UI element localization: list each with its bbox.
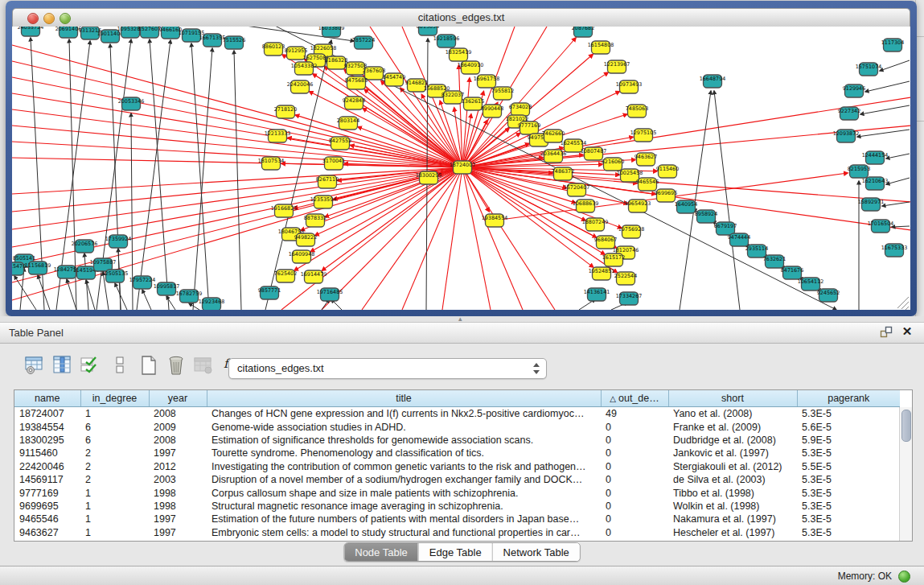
panel-toggle-icon[interactable] xyxy=(109,355,130,376)
table-cell[interactable]: 1 xyxy=(80,526,149,539)
table-cell[interactable]: 1997 xyxy=(149,526,207,539)
table-cell[interactable]: 6 xyxy=(80,434,149,447)
window-resize-grip-icon[interactable] xyxy=(897,297,909,308)
network-edge-black[interactable] xyxy=(166,296,175,310)
table-cell[interactable]: 2008 xyxy=(149,407,207,421)
table-cell[interactable]: Jankovic et al. (1997) xyxy=(668,447,797,459)
column-header-title[interactable]: title xyxy=(207,390,601,407)
table-cell[interactable]: 2 xyxy=(80,460,149,473)
table-cell[interactable]: 18724007 xyxy=(14,407,80,421)
table-cell[interactable]: 2012 xyxy=(149,460,207,473)
memory-status-indicator[interactable] xyxy=(898,571,910,583)
table-cell[interactable]: 5.3E-5 xyxy=(797,513,900,525)
network-window-titlebar[interactable]: citations_edges.txt xyxy=(12,8,910,28)
table-row[interactable]: 1938455462009Genome-wide association stu… xyxy=(14,420,900,433)
float-panel-icon[interactable] xyxy=(879,325,893,340)
table-cell[interactable]: 5.3E-5 xyxy=(797,500,900,513)
window-resize-grip-icon[interactable] xyxy=(906,307,909,310)
network-edge-black[interactable] xyxy=(865,81,910,92)
table-cell[interactable]: Genome-wide association studies in ADHD. xyxy=(207,420,601,433)
network-edge-black[interactable] xyxy=(142,290,151,310)
network-edge-red[interactable] xyxy=(462,167,523,310)
table-row[interactable]: 946554611997Estimation of the future num… xyxy=(14,513,900,525)
tab-node-table[interactable]: Node Table xyxy=(344,543,418,561)
table-cell[interactable]: 0 xyxy=(601,460,668,473)
network-edge-red[interactable] xyxy=(12,167,462,300)
table-cell[interactable]: Stergiakouli et al. (2012) xyxy=(668,460,797,473)
network-edge-black[interactable] xyxy=(882,202,910,206)
network-edge-black[interactable] xyxy=(67,279,76,310)
table-cell[interactable]: 0 xyxy=(601,500,668,513)
table-cell[interactable]: 5.3E-5 xyxy=(797,486,900,499)
table-row[interactable]: 969969511998Structural magnetic resonanc… xyxy=(14,500,900,513)
network-edge-black[interactable] xyxy=(886,154,910,159)
import-table-icon[interactable] xyxy=(193,355,214,376)
table-cell[interactable]: 49 xyxy=(601,407,668,421)
table-cell[interactable]: 1997 xyxy=(149,513,207,525)
table-cell[interactable]: 0 xyxy=(601,434,668,447)
table-cell[interactable]: Embryonic stem cells: a model to study s… xyxy=(207,526,601,539)
column-header-year[interactable]: year xyxy=(149,390,207,407)
table-cell[interactable]: 2 xyxy=(80,447,149,459)
table-cell[interactable]: 19384554 xyxy=(14,420,80,433)
tab-network-table[interactable]: Network Table xyxy=(492,543,580,561)
table-scrollbar-thumb[interactable] xyxy=(901,410,911,442)
table-selector-dropdown[interactable]: citations_edges.txt xyxy=(228,358,547,379)
table-cell[interactable]: Tibbo et al. (1998) xyxy=(668,486,797,499)
table-cell[interactable]: 2003 xyxy=(149,473,207,486)
table-cell[interactable]: 2 xyxy=(80,473,149,486)
network-edge-black[interactable] xyxy=(193,48,212,310)
row-selection-icon[interactable] xyxy=(79,355,100,376)
table-row[interactable]: 946362711997Embryonic stem cells: a mode… xyxy=(14,526,900,539)
table-cell[interactable]: Nakamura et al. (1997) xyxy=(668,513,797,525)
column-header-in_degree[interactable]: in_degree xyxy=(80,390,149,407)
table-cell[interactable]: 0 xyxy=(601,486,668,499)
table-cell[interactable]: Wolkin et al. (1998) xyxy=(668,500,797,513)
network-edge-red[interactable] xyxy=(12,45,462,167)
table-cell[interactable]: 9463627 xyxy=(14,526,80,539)
table-cell[interactable]: 18300295 xyxy=(14,434,80,447)
table-scrollbar[interactable] xyxy=(899,407,912,541)
table-cell[interactable]: 22420046 xyxy=(14,460,80,473)
column-header-out_de[interactable]: △out_de… xyxy=(601,390,668,407)
network-edge-black[interactable] xyxy=(84,253,88,310)
table-row[interactable]: 1456911722003Disruption of a novel membe… xyxy=(14,473,900,486)
show-columns-icon[interactable] xyxy=(51,355,72,376)
column-header-short[interactable]: short xyxy=(668,390,797,407)
table-cell[interactable]: 9115460 xyxy=(14,447,80,459)
table-cell[interactable]: 5.3E-5 xyxy=(797,407,900,421)
table-cell[interactable]: 5.3E-5 xyxy=(797,447,900,459)
table-cell[interactable]: 0 xyxy=(601,513,668,525)
table-row[interactable]: 1830029562008Estimation of significance … xyxy=(14,434,900,447)
table-cell[interactable]: Tourette syndrome. Phenomenology and cla… xyxy=(207,447,601,459)
table-cell[interactable]: 5.5E-5 xyxy=(797,460,900,473)
network-edge-black[interactable] xyxy=(886,178,910,184)
table-cell[interactable]: Estimation of the future numbers of pati… xyxy=(207,513,601,525)
table-cell[interactable]: Estimation of significance thresholds fo… xyxy=(207,434,601,447)
table-cell[interactable]: de Silva et al. (2003) xyxy=(668,473,797,486)
table-cell[interactable]: 9699695 xyxy=(14,500,80,513)
table-cell[interactable]: 5.9E-5 xyxy=(797,434,900,447)
table-cell[interactable]: Disruption of a novel member of a sodium… xyxy=(207,473,601,486)
table-cell[interactable]: Franke et al. (2009) xyxy=(668,420,797,433)
network-edge-red[interactable] xyxy=(402,167,462,310)
table-cell[interactable]: 5.3E-5 xyxy=(797,526,900,539)
table-row[interactable]: 1872400712008Changes of HCN gene express… xyxy=(14,407,900,421)
table-cell[interactable]: 5.6E-5 xyxy=(797,420,900,433)
table-cell[interactable]: 9465546 xyxy=(14,513,80,525)
table-mode-icon[interactable] xyxy=(24,355,45,376)
table-cell[interactable]: 1 xyxy=(80,500,149,513)
table-cell[interactable]: 1998 xyxy=(149,500,207,513)
network-edge-black[interactable] xyxy=(857,130,910,137)
network-edge-black[interactable] xyxy=(191,43,209,310)
table-cell[interactable]: Dudbridge et al. (2008) xyxy=(668,434,797,447)
table-cell[interactable]: 1 xyxy=(80,407,149,421)
network-edge-black[interactable] xyxy=(892,226,910,227)
network-edge-black[interactable] xyxy=(14,276,36,310)
table-cell[interactable]: Corpus callosum shape and size in male p… xyxy=(207,486,601,499)
table-cell[interactable]: 9777169 xyxy=(14,486,80,499)
table-cell[interactable]: 1998 xyxy=(149,486,207,499)
table-cell[interactable]: 0 xyxy=(601,420,668,433)
close-panel-icon[interactable]: ✕ xyxy=(900,324,914,339)
table-cell[interactable]: 1 xyxy=(80,486,149,499)
